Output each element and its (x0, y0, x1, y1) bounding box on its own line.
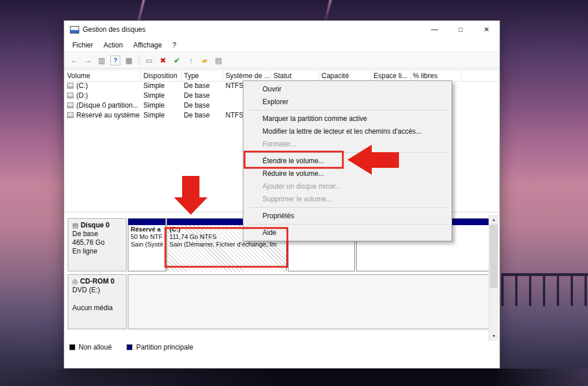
partition-status: Sain (Démarrer, Fichier d'échange, Im (169, 241, 284, 248)
pier-silhouette (501, 273, 588, 306)
scrollbar-thumb[interactable] (490, 225, 498, 288)
menu-separator (248, 224, 447, 225)
column-filesystem[interactable]: Système de ... (223, 71, 271, 81)
volume-name: (Disque 0 partition... (76, 101, 138, 109)
primary-partition-swatch (127, 344, 132, 350)
ctx-item-marquer-active[interactable]: Marquer la partition comme active (243, 112, 452, 125)
legend-unallocated: Non alloué (69, 343, 112, 351)
cdrom-drive: DVD (E:) (72, 286, 122, 295)
menu-action[interactable]: Action (98, 38, 128, 52)
toolbar-separator (139, 56, 139, 65)
forward-icon[interactable]: → (83, 55, 93, 65)
partition-status: Sain (Systè (131, 241, 163, 248)
column-pct-libres[interactable]: % libres (411, 71, 461, 81)
vertical-scrollbar[interactable]: ▲ ▼ (489, 215, 498, 341)
background-light-streak (324, 0, 332, 23)
ctx-item-formater: Formater... (243, 138, 452, 150)
ctx-item-explorer[interactable]: Explorer (243, 95, 452, 108)
unallocated-swatch (69, 344, 75, 350)
column-espace-libre[interactable]: Espace li... (371, 71, 411, 81)
volume-disposition: Simple (141, 80, 182, 90)
column-filler (461, 71, 499, 81)
volume-type: De base (182, 90, 223, 100)
column-statut[interactable]: Statut (271, 71, 319, 81)
cd-icon: ◎ (72, 277, 78, 286)
close-button[interactable]: ✕ (474, 21, 500, 38)
menu-affichage[interactable]: Affichage (128, 38, 167, 52)
legend-label: Non alloué (79, 343, 112, 351)
maximize-button[interactable]: □ (448, 21, 474, 38)
disk-icon: ▤ (72, 221, 78, 230)
ctx-item-reduire-volume[interactable]: Réduire le volume... (243, 167, 452, 180)
ctx-item-etendre-volume[interactable]: Étendre le volume... (243, 155, 452, 167)
menu-separator (248, 207, 447, 208)
toolbar: ← → ▥ ? ▦ ▭ ✖ ✔ ↑ ▰ ▤ (64, 52, 500, 69)
volume-name: (D:) (76, 91, 88, 100)
desktop: Gestion des disques — □ ✕ Fichier Action… (0, 0, 588, 386)
disk0-status: En ligne (72, 247, 122, 256)
menu-separator (248, 110, 447, 111)
menu-fichier[interactable]: Fichier (67, 38, 98, 52)
console-tree-icon[interactable]: ▥ (97, 55, 107, 65)
volume-name: (C:) (76, 82, 88, 90)
menu-separator (248, 152, 447, 153)
scroll-down-icon[interactable]: ▼ (489, 331, 498, 341)
volume-disposition: Simple (141, 90, 182, 100)
volume-disposition: Simple (141, 100, 182, 110)
volume-icon (67, 93, 73, 98)
properties-icon[interactable]: ▤ (213, 55, 224, 65)
app-icon (70, 26, 79, 34)
volume-name: Réservé au système (76, 111, 139, 119)
column-type[interactable]: Type (182, 71, 223, 81)
ctx-item-proprietes[interactable]: Propriétés (243, 209, 452, 222)
partition-system-reserved[interactable]: Réservé a 50 Mo NTF Sain (Systè (128, 218, 166, 271)
check-icon[interactable]: ✔ (172, 55, 182, 65)
legend-primary-partition: Partition principale (127, 343, 193, 351)
partition-title: Réservé a (131, 226, 163, 233)
cdrom-name: CD-ROM 0 (80, 277, 114, 286)
partition-color-bar (128, 219, 165, 225)
help-icon[interactable]: ? (110, 56, 120, 65)
column-volume[interactable]: Volume (65, 71, 141, 81)
ctx-item-modifier-lettre[interactable]: Modifier la lettre de lecteur et les che… (243, 125, 452, 138)
minimize-button[interactable]: — (421, 21, 448, 38)
cdrom-panel[interactable]: ◎CD-ROM 0 DVD (E:) Aucun média (68, 274, 127, 329)
menu-bar: Fichier Action Affichage ? (64, 38, 500, 52)
volume-icon (67, 102, 73, 108)
disk0-panel[interactable]: ▤Disque 0 De base 465,76 Go En ligne (68, 218, 127, 271)
volume-icon (67, 83, 73, 89)
volume-disposition: Simple (141, 110, 182, 120)
sea-horizon (0, 369, 588, 386)
titlebar: Gestion des disques — □ ✕ (64, 21, 500, 38)
volume-type: De base (182, 100, 223, 110)
folder-icon[interactable]: ▰ (199, 55, 210, 65)
action-pane-icon[interactable]: ▭ (144, 55, 154, 65)
partition-size: 50 Mo NTF (131, 233, 163, 241)
volume-table-header: Volume Disposition Type Système de ... S… (65, 70, 499, 82)
column-disposition[interactable]: Disposition (141, 71, 182, 81)
disk0-size: 465,76 Go (72, 238, 122, 247)
cdrom-media-status: Aucun média (72, 304, 122, 313)
window-controls: — □ ✕ (421, 21, 500, 38)
ctx-item-ajouter-miroir: Ajouter un disque miroir... (243, 180, 452, 193)
list-view-icon[interactable]: ▦ (124, 55, 134, 65)
context-menu: Ouvrir Explorer Marquer la partition com… (243, 80, 452, 241)
back-icon[interactable]: ← (69, 55, 79, 65)
volume-type: De base (182, 110, 223, 120)
legend: Non alloué Partition principale (69, 343, 193, 351)
cdrom-row: ◎CD-ROM 0 DVD (E:) Aucun média (68, 274, 489, 329)
window-title: Gestion des disques (83, 25, 146, 34)
ctx-item-ouvrir[interactable]: Ouvrir (243, 83, 452, 95)
disk0-type: De base (72, 230, 122, 238)
column-capacite[interactable]: Capacité (319, 71, 371, 81)
refresh-icon[interactable]: ↑ (186, 55, 196, 65)
ctx-item-aide[interactable]: Aide (243, 226, 452, 239)
volume-icon (67, 112, 73, 118)
delete-icon[interactable]: ✖ (158, 55, 168, 65)
ctx-item-supprimer-volume: Supprimer le volume... (243, 193, 452, 205)
scroll-up-icon[interactable]: ▲ (489, 215, 498, 225)
menu-help[interactable]: ? (167, 38, 182, 52)
legend-label: Partition principale (136, 343, 193, 351)
spacer (72, 295, 122, 304)
cdrom-media-area[interactable] (128, 274, 489, 329)
